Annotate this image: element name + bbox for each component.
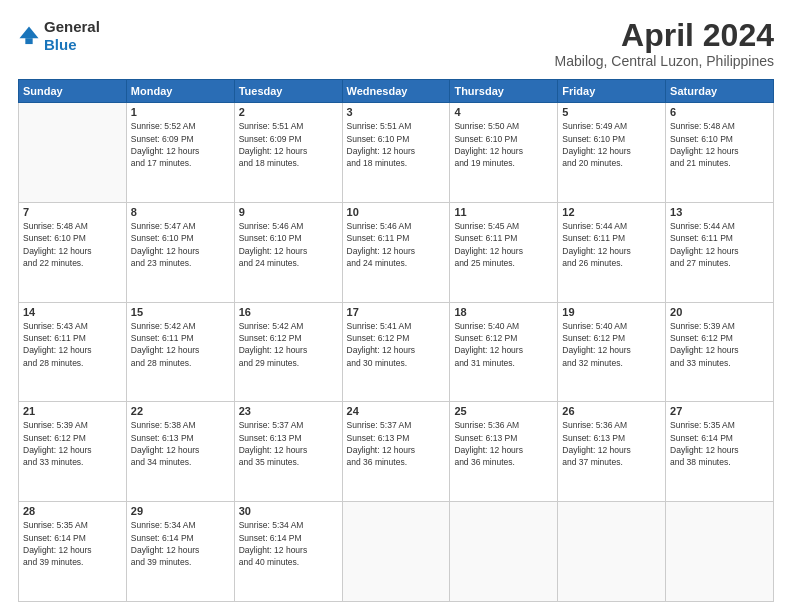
day-number: 29	[131, 505, 230, 517]
calendar-cell: 27Sunrise: 5:35 AM Sunset: 6:14 PM Dayli…	[666, 402, 774, 502]
calendar-week-row: 7Sunrise: 5:48 AM Sunset: 6:10 PM Daylig…	[19, 202, 774, 302]
calendar-cell: 26Sunrise: 5:36 AM Sunset: 6:13 PM Dayli…	[558, 402, 666, 502]
day-info: Sunrise: 5:38 AM Sunset: 6:13 PM Dayligh…	[131, 419, 230, 468]
day-number: 1	[131, 106, 230, 118]
logo-text: General Blue	[44, 18, 100, 54]
day-number: 26	[562, 405, 661, 417]
calendar-cell	[342, 502, 450, 602]
day-number: 6	[670, 106, 769, 118]
calendar-week-row: 28Sunrise: 5:35 AM Sunset: 6:14 PM Dayli…	[19, 502, 774, 602]
day-number: 10	[347, 206, 446, 218]
day-info: Sunrise: 5:40 AM Sunset: 6:12 PM Dayligh…	[562, 320, 661, 369]
calendar-cell: 14Sunrise: 5:43 AM Sunset: 6:11 PM Dayli…	[19, 302, 127, 402]
calendar-cell	[558, 502, 666, 602]
day-number: 14	[23, 306, 122, 318]
calendar-cell: 7Sunrise: 5:48 AM Sunset: 6:10 PM Daylig…	[19, 202, 127, 302]
calendar-cell: 1Sunrise: 5:52 AM Sunset: 6:09 PM Daylig…	[126, 103, 234, 203]
day-info: Sunrise: 5:46 AM Sunset: 6:10 PM Dayligh…	[239, 220, 338, 269]
day-number: 2	[239, 106, 338, 118]
logo: General Blue	[18, 18, 100, 54]
day-info: Sunrise: 5:49 AM Sunset: 6:10 PM Dayligh…	[562, 120, 661, 169]
calendar-cell: 20Sunrise: 5:39 AM Sunset: 6:12 PM Dayli…	[666, 302, 774, 402]
day-info: Sunrise: 5:51 AM Sunset: 6:09 PM Dayligh…	[239, 120, 338, 169]
calendar-cell	[19, 103, 127, 203]
calendar-cell: 28Sunrise: 5:35 AM Sunset: 6:14 PM Dayli…	[19, 502, 127, 602]
location-subtitle: Mabilog, Central Luzon, Philippines	[555, 53, 774, 69]
day-header-wednesday: Wednesday	[342, 80, 450, 103]
day-info: Sunrise: 5:35 AM Sunset: 6:14 PM Dayligh…	[670, 419, 769, 468]
day-info: Sunrise: 5:41 AM Sunset: 6:12 PM Dayligh…	[347, 320, 446, 369]
calendar-cell	[666, 502, 774, 602]
day-number: 27	[670, 405, 769, 417]
day-header-friday: Friday	[558, 80, 666, 103]
day-info: Sunrise: 5:44 AM Sunset: 6:11 PM Dayligh…	[670, 220, 769, 269]
day-number: 22	[131, 405, 230, 417]
day-number: 9	[239, 206, 338, 218]
svg-marker-0	[19, 26, 38, 38]
day-info: Sunrise: 5:48 AM Sunset: 6:10 PM Dayligh…	[670, 120, 769, 169]
calendar-cell: 2Sunrise: 5:51 AM Sunset: 6:09 PM Daylig…	[234, 103, 342, 203]
day-number: 3	[347, 106, 446, 118]
day-info: Sunrise: 5:42 AM Sunset: 6:11 PM Dayligh…	[131, 320, 230, 369]
day-number: 12	[562, 206, 661, 218]
calendar-cell: 11Sunrise: 5:45 AM Sunset: 6:11 PM Dayli…	[450, 202, 558, 302]
day-info: Sunrise: 5:46 AM Sunset: 6:11 PM Dayligh…	[347, 220, 446, 269]
calendar-cell: 29Sunrise: 5:34 AM Sunset: 6:14 PM Dayli…	[126, 502, 234, 602]
day-info: Sunrise: 5:51 AM Sunset: 6:10 PM Dayligh…	[347, 120, 446, 169]
day-header-thursday: Thursday	[450, 80, 558, 103]
day-info: Sunrise: 5:36 AM Sunset: 6:13 PM Dayligh…	[454, 419, 553, 468]
day-number: 24	[347, 405, 446, 417]
calendar-cell: 9Sunrise: 5:46 AM Sunset: 6:10 PM Daylig…	[234, 202, 342, 302]
calendar-cell: 6Sunrise: 5:48 AM Sunset: 6:10 PM Daylig…	[666, 103, 774, 203]
calendar-week-row: 14Sunrise: 5:43 AM Sunset: 6:11 PM Dayli…	[19, 302, 774, 402]
day-info: Sunrise: 5:37 AM Sunset: 6:13 PM Dayligh…	[347, 419, 446, 468]
title-block: April 2024 Mabilog, Central Luzon, Phili…	[555, 18, 774, 69]
calendar-cell: 18Sunrise: 5:40 AM Sunset: 6:12 PM Dayli…	[450, 302, 558, 402]
day-header-tuesday: Tuesday	[234, 80, 342, 103]
day-info: Sunrise: 5:34 AM Sunset: 6:14 PM Dayligh…	[131, 519, 230, 568]
month-title: April 2024	[555, 18, 774, 53]
calendar-cell: 12Sunrise: 5:44 AM Sunset: 6:11 PM Dayli…	[558, 202, 666, 302]
day-number: 23	[239, 405, 338, 417]
calendar-cell: 13Sunrise: 5:44 AM Sunset: 6:11 PM Dayli…	[666, 202, 774, 302]
day-info: Sunrise: 5:34 AM Sunset: 6:14 PM Dayligh…	[239, 519, 338, 568]
day-number: 28	[23, 505, 122, 517]
logo-icon	[18, 25, 40, 47]
day-info: Sunrise: 5:36 AM Sunset: 6:13 PM Dayligh…	[562, 419, 661, 468]
day-number: 15	[131, 306, 230, 318]
day-number: 11	[454, 206, 553, 218]
day-info: Sunrise: 5:47 AM Sunset: 6:10 PM Dayligh…	[131, 220, 230, 269]
day-number: 4	[454, 106, 553, 118]
calendar-cell: 19Sunrise: 5:40 AM Sunset: 6:12 PM Dayli…	[558, 302, 666, 402]
day-info: Sunrise: 5:52 AM Sunset: 6:09 PM Dayligh…	[131, 120, 230, 169]
calendar-cell: 25Sunrise: 5:36 AM Sunset: 6:13 PM Dayli…	[450, 402, 558, 502]
day-number: 30	[239, 505, 338, 517]
day-number: 19	[562, 306, 661, 318]
day-number: 20	[670, 306, 769, 318]
calendar-week-row: 21Sunrise: 5:39 AM Sunset: 6:12 PM Dayli…	[19, 402, 774, 502]
calendar-cell	[450, 502, 558, 602]
day-number: 16	[239, 306, 338, 318]
calendar-cell: 5Sunrise: 5:49 AM Sunset: 6:10 PM Daylig…	[558, 103, 666, 203]
calendar-cell: 10Sunrise: 5:46 AM Sunset: 6:11 PM Dayli…	[342, 202, 450, 302]
day-info: Sunrise: 5:39 AM Sunset: 6:12 PM Dayligh…	[670, 320, 769, 369]
day-number: 25	[454, 405, 553, 417]
day-info: Sunrise: 5:45 AM Sunset: 6:11 PM Dayligh…	[454, 220, 553, 269]
calendar-cell: 23Sunrise: 5:37 AM Sunset: 6:13 PM Dayli…	[234, 402, 342, 502]
calendar-cell: 30Sunrise: 5:34 AM Sunset: 6:14 PM Dayli…	[234, 502, 342, 602]
calendar-table: SundayMondayTuesdayWednesdayThursdayFrid…	[18, 79, 774, 602]
calendar-cell: 8Sunrise: 5:47 AM Sunset: 6:10 PM Daylig…	[126, 202, 234, 302]
day-header-sunday: Sunday	[19, 80, 127, 103]
day-info: Sunrise: 5:40 AM Sunset: 6:12 PM Dayligh…	[454, 320, 553, 369]
day-info: Sunrise: 5:50 AM Sunset: 6:10 PM Dayligh…	[454, 120, 553, 169]
day-info: Sunrise: 5:43 AM Sunset: 6:11 PM Dayligh…	[23, 320, 122, 369]
calendar-week-row: 1Sunrise: 5:52 AM Sunset: 6:09 PM Daylig…	[19, 103, 774, 203]
header: General Blue April 2024 Mabilog, Central…	[18, 18, 774, 69]
calendar-cell: 16Sunrise: 5:42 AM Sunset: 6:12 PM Dayli…	[234, 302, 342, 402]
day-number: 8	[131, 206, 230, 218]
calendar-cell: 17Sunrise: 5:41 AM Sunset: 6:12 PM Dayli…	[342, 302, 450, 402]
day-number: 7	[23, 206, 122, 218]
day-info: Sunrise: 5:39 AM Sunset: 6:12 PM Dayligh…	[23, 419, 122, 468]
calendar-cell: 24Sunrise: 5:37 AM Sunset: 6:13 PM Dayli…	[342, 402, 450, 502]
logo-general: General	[44, 18, 100, 35]
